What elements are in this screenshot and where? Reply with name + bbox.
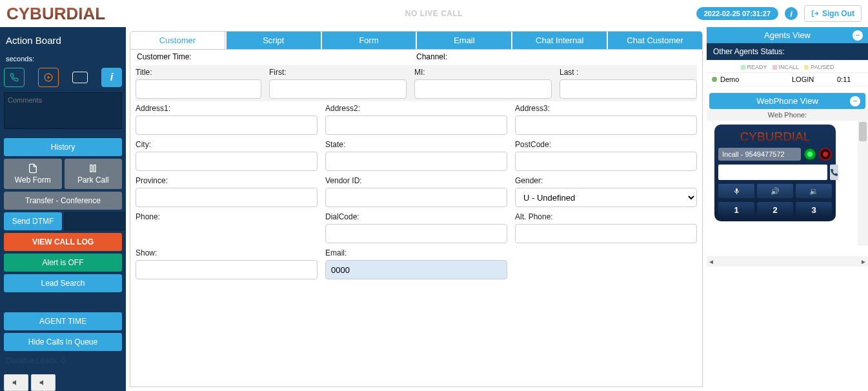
province-field[interactable] bbox=[136, 188, 318, 207]
webphone-hangup-button[interactable] bbox=[819, 148, 832, 161]
record-button[interactable] bbox=[38, 68, 59, 87]
comments-input[interactable] bbox=[4, 92, 122, 129]
dial-button[interactable] bbox=[4, 68, 25, 87]
collapse-icon[interactable]: − bbox=[853, 30, 863, 41]
address2-label: Address2: bbox=[325, 104, 507, 113]
legend-ready: READY bbox=[741, 64, 767, 70]
title-field[interactable] bbox=[136, 79, 261, 99]
hide-calls-queue-button[interactable]: Hide Calls In Queue bbox=[4, 333, 122, 351]
webphone-vol-up-button[interactable]: 🔊 bbox=[757, 184, 793, 198]
address1-field[interactable] bbox=[136, 115, 318, 135]
phone-field[interactable] bbox=[136, 224, 318, 237]
city-field[interactable] bbox=[136, 152, 318, 171]
tab-customer[interactable]: Customer bbox=[130, 32, 225, 49]
phone-icon bbox=[830, 168, 838, 177]
state-label: State: bbox=[325, 140, 507, 149]
seconds-label: seconds: bbox=[4, 54, 122, 65]
altphone-label: Alt. Phone: bbox=[515, 212, 697, 221]
collapse-icon[interactable]: − bbox=[850, 96, 860, 106]
mi-field[interactable] bbox=[414, 79, 552, 99]
first-label: First: bbox=[269, 68, 407, 77]
volume-down-button[interactable] bbox=[4, 374, 28, 391]
show-label: Show: bbox=[136, 248, 318, 257]
webphone-scrollbar[interactable] bbox=[858, 121, 868, 246]
transfer-conference-button[interactable]: Transfer - Conference bbox=[4, 192, 122, 210]
volume-up-button[interactable] bbox=[31, 374, 56, 391]
play-icon bbox=[44, 73, 53, 82]
view-call-log-button[interactable]: VIEW CALL LOG bbox=[4, 233, 122, 251]
dialable-leads-label: Dialable Leads: 0 bbox=[4, 354, 122, 368]
scroll-right-icon[interactable]: ► bbox=[860, 258, 867, 265]
agent-time-button[interactable]: AGENT TIME bbox=[4, 312, 122, 330]
agents-view-header[interactable]: Agents View − bbox=[707, 27, 868, 43]
email-field[interactable] bbox=[325, 260, 507, 279]
tab-script[interactable]: Script bbox=[225, 32, 321, 49]
postcode-field[interactable] bbox=[515, 152, 697, 171]
webphone-vol-down-button[interactable]: 🔉 bbox=[796, 184, 832, 198]
tab-chat-internal[interactable]: Chat Internal bbox=[511, 32, 607, 49]
top-bar: CYBURDIAL NO LIVE CALL 2022-02-25 07:31:… bbox=[0, 0, 868, 27]
svg-marker-14 bbox=[13, 380, 16, 385]
timestamp-pill: 2022-02-25 07:31:27 bbox=[696, 7, 778, 20]
webphone-view-label: WebPhone View bbox=[756, 96, 818, 106]
dtmf-input[interactable] bbox=[65, 212, 126, 230]
svg-marker-15 bbox=[40, 380, 43, 385]
document-icon bbox=[28, 163, 38, 174]
gender-select[interactable]: U - Undefined bbox=[515, 188, 697, 207]
keypad-2[interactable]: 2 bbox=[757, 202, 793, 217]
web-form-button[interactable]: Web Form bbox=[4, 159, 62, 189]
park-call-button[interactable]: Park Call bbox=[65, 159, 123, 189]
show-field[interactable] bbox=[136, 260, 318, 279]
webphone-mute-button[interactable] bbox=[718, 184, 754, 198]
send-dtmf-button[interactable]: Send DTMF bbox=[4, 212, 62, 230]
vendorid-label: Vendor ID: bbox=[325, 176, 507, 185]
agent-state: LOGIN bbox=[792, 75, 837, 83]
agents-view-label: Agents View bbox=[764, 30, 811, 40]
customer-time-label: Customer Time: bbox=[137, 52, 416, 61]
vendorid-field[interactable] bbox=[325, 188, 507, 207]
speaker-icon bbox=[39, 378, 48, 387]
info-icon[interactable]: i bbox=[785, 7, 798, 20]
action-info-button[interactable]: i bbox=[101, 68, 122, 87]
webphone-dial-input[interactable] bbox=[718, 165, 827, 180]
alert-toggle-button[interactable]: Alert is OFF bbox=[4, 254, 122, 272]
keypad-3[interactable]: 3 bbox=[796, 202, 832, 217]
agent-name: Demo bbox=[720, 75, 792, 83]
park-call-label: Park Call bbox=[77, 175, 109, 185]
status-dot-icon bbox=[712, 77, 717, 82]
svg-rect-3 bbox=[90, 165, 92, 172]
lead-search-button[interactable]: Lead Search bbox=[4, 274, 122, 292]
sign-out-label: Sign Out bbox=[822, 9, 854, 18]
address2-field[interactable] bbox=[325, 115, 507, 135]
webphone-frame: CYBURDIAL Incall - 9549477572 bbox=[707, 121, 868, 256]
first-field[interactable] bbox=[269, 79, 407, 99]
dialcode-label: DialCode: bbox=[325, 212, 507, 221]
tab-email[interactable]: Email bbox=[416, 32, 511, 49]
dialcode-field[interactable] bbox=[325, 224, 507, 243]
webphone-answer-button[interactable] bbox=[803, 148, 816, 161]
sign-out-button[interactable]: Sign Out bbox=[804, 5, 862, 22]
webphone-call-button[interactable] bbox=[830, 165, 838, 180]
tab-chat-customer[interactable]: Chat Customer bbox=[607, 32, 702, 49]
title-label: Title: bbox=[136, 68, 261, 77]
address3-label: Address3: bbox=[515, 104, 697, 113]
gender-label: Gender: bbox=[515, 176, 697, 185]
webphone-hscroll[interactable]: ◄ ► bbox=[707, 256, 868, 266]
status-legend: READY INCALL PAUSED bbox=[707, 60, 868, 73]
altphone-field[interactable] bbox=[515, 224, 697, 243]
keypad-1[interactable]: 1 bbox=[718, 202, 754, 217]
speaker-icon bbox=[12, 378, 21, 387]
webphone-view-header[interactable]: WebPhone View − bbox=[709, 93, 865, 109]
agent-row[interactable]: Demo LOGIN 0:11 bbox=[707, 73, 868, 86]
last-field[interactable] bbox=[560, 79, 697, 99]
last-label: Last : bbox=[560, 68, 697, 77]
postcode-label: PostCode: bbox=[515, 140, 697, 149]
province-label: Province: bbox=[136, 176, 318, 185]
tab-form[interactable]: Form bbox=[321, 32, 416, 49]
address3-field[interactable] bbox=[515, 115, 697, 135]
state-field[interactable] bbox=[325, 152, 507, 171]
history-button[interactable]: History bbox=[4, 138, 122, 156]
scrollbar-thumb[interactable] bbox=[859, 122, 867, 141]
main-panel: Customer Script Form Email Chat Internal… bbox=[126, 27, 707, 391]
scroll-left-icon[interactable]: ◄ bbox=[708, 258, 714, 265]
